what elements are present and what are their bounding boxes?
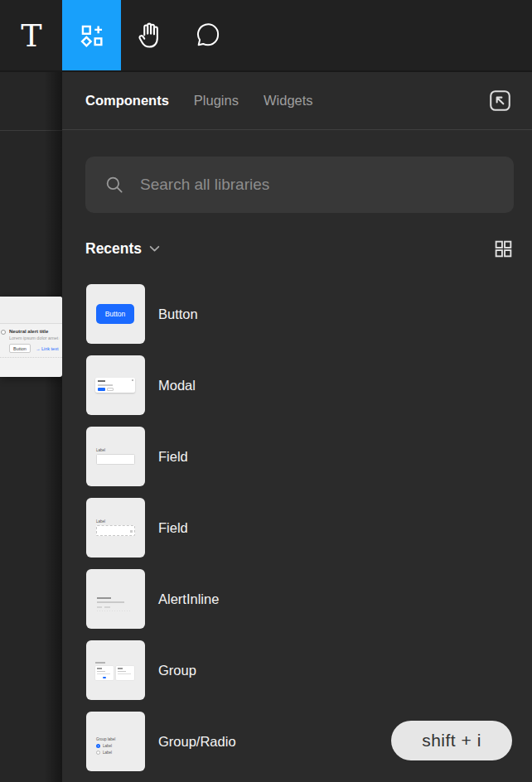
comment-bubble-icon [194,22,222,50]
recents-dropdown[interactable]: Recents [85,240,160,258]
component-name: AlertInline [158,591,219,607]
alert-actions: Button → Link text [9,344,60,353]
search-bar[interactable] [85,157,514,213]
radio-selected-icon [96,744,100,748]
preview-alert-inline: Neutral alert title Lorem ipsum dolor am… [0,324,62,358]
search-icon [104,174,125,196]
tab-widgets[interactable]: Widgets [264,93,313,109]
component-name: Group/Radio [158,734,236,750]
alert-body: Lorem ipsum dolor amet conse [9,335,60,340]
component-name: Field [158,520,188,536]
component-name: Button [158,307,198,322]
radio-unselected-icon [96,751,100,755]
panel-tabbar: Components Plugins Widgets [62,72,532,130]
field-thumbnail-2: Label [86,498,145,558]
assets-tool-button-active[interactable] [62,0,121,70]
component-name: Modal [158,378,196,393]
list-item-field-2[interactable]: Label Field [86,498,532,558]
assets-tool-icon [78,22,106,50]
text-tool-button[interactable]: T [13,0,50,70]
component-preview-card: Neutral alert title Lorem ipsum dolor am… [0,297,62,377]
alert-info-icon [1,330,6,335]
toolbar: T [0,0,532,70]
pick-from-canvas-button[interactable] [486,87,514,115]
list-item-alertinline[interactable]: AlertInline [86,569,532,629]
group-thumbnail [86,640,145,700]
hand-tool-button[interactable] [128,0,172,70]
mini-input-dashed [96,525,135,536]
list-item-field[interactable]: Label Field [86,427,532,486]
canvas-strip: Neutral alert title Lorem ipsum dolor am… [0,72,62,782]
alertinline-thumbnail [86,569,145,629]
alert-title: Neutral alert title [9,329,60,334]
search-input[interactable] [140,176,496,194]
list-item-button[interactable]: Button Button [86,284,532,344]
mini-input [96,454,135,465]
tab-plugins[interactable]: Plugins [194,93,239,109]
mini-modal [95,378,135,393]
list-item-group[interactable]: Group [86,640,532,700]
mini-field-label: Label [96,519,105,524]
figma-assets-panel: T [0,0,532,782]
tab-components[interactable]: Components [85,93,169,109]
chevron-down-icon [149,245,160,253]
components-panel: Components Plugins Widgets Recents [62,72,532,782]
comment-tool-button[interactable] [186,0,230,70]
grid-view-icon [493,239,514,259]
recents-list: Button Button Modal Label Field [62,284,532,771]
group-radio-thumbnail: Group label Label Label [86,712,145,771]
component-name: Group [158,663,196,678]
list-item-modal[interactable]: Modal [86,355,532,415]
preview-card-header [0,297,62,324]
button-thumbnail: Button [86,284,145,344]
mini-field-label: Label [96,448,105,452]
alert-button: Button [9,344,31,353]
grid-view-toggle[interactable] [492,238,514,259]
toolbar-divider [0,70,532,72]
mini-button: Button [96,304,134,324]
field-thumbnail: Label [86,427,145,486]
mini-radio-group-label: Group label [96,737,115,741]
arrow-up-left-box-icon [486,87,514,114]
text-tool-icon: T [21,20,41,51]
modal-thumbnail [86,355,145,415]
recents-title: Recents [85,240,142,258]
alert-link: → Link text [36,346,59,351]
panel-edge-shadow [44,72,62,782]
shortcut-hint: shift + i [391,721,512,760]
recents-header: Recents [62,232,532,265]
component-name: Field [158,449,188,465]
hand-tool-icon [135,21,165,51]
